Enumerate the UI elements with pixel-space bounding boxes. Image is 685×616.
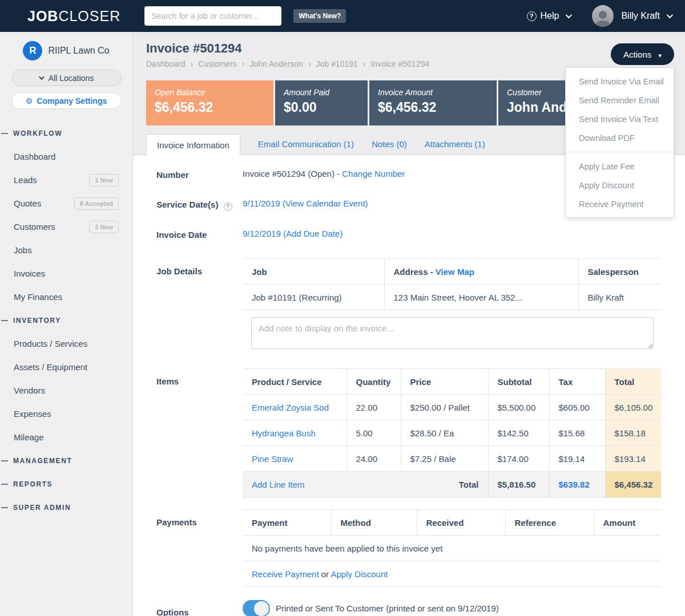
customers-badge: 3 New	[89, 221, 119, 233]
add-due-date-link[interactable]: (Add Due Date)	[283, 229, 342, 238]
address-column-header: Address - View Map	[384, 259, 578, 285]
item-name-link[interactable]: Emerald Zoysia Sod	[252, 403, 329, 412]
gear-icon: ⚙	[26, 96, 33, 106]
items-tax-value[interactable]: $639.82	[549, 472, 605, 498]
amount-header: Amount	[594, 510, 661, 536]
payments-empty-row: No payments have been applied to this in…	[243, 536, 661, 561]
invoice-date-row: Invoice Date 9/12/2019 (Add Due Date)	[156, 229, 685, 240]
menu-item-receive-payment[interactable]: Receive Payment	[566, 194, 674, 213]
question-circle-icon[interactable]: ?	[224, 202, 232, 211]
all-locations-select[interactable]: All Locations	[11, 70, 122, 86]
job-cell[interactable]: Job #10191 (Recurring)	[243, 285, 384, 310]
sidebar-item-vendors[interactable]: Vendors	[0, 379, 132, 402]
items-footer-row: Add Line Item Total $5,816.50 $639.82 $6…	[243, 472, 661, 498]
chevron-down-icon[interactable]	[667, 12, 673, 18]
printed-status-text: Printed or Sent To Customer (printed or …	[276, 603, 499, 613]
search-input[interactable]	[144, 6, 281, 26]
menu-item-send-invoice-email[interactable]: Send Invoice Via Email	[566, 72, 674, 91]
invoice-date-label: Invoice Date	[156, 229, 243, 240]
printed-toggle[interactable]	[243, 600, 269, 616]
sidebar-item-dashboard[interactable]: Dashboard	[0, 145, 132, 168]
view-calendar-event-link[interactable]: (View Calendar Event)	[283, 198, 368, 208]
item-total: $193.14	[605, 446, 661, 472]
job-details-section: Job Details Job Address - View Map Sales…	[156, 258, 685, 351]
total-header: Total	[605, 369, 661, 395]
sidebar-nav: WORKFLOW Dashboard Leads 1 New Quotes 8 …	[0, 121, 132, 519]
menu-item-apply-late-fee[interactable]: Apply Late Fee	[566, 157, 674, 176]
received-header: Received	[417, 510, 505, 536]
menu-item-download-pdf[interactable]: Download PDF	[566, 128, 674, 147]
items-total-value: $6,456.32	[605, 472, 661, 498]
company-settings-button[interactable]: ⚙ Company Settings	[11, 92, 122, 109]
whats-new-button[interactable]: What's New?	[293, 9, 346, 23]
sidebar-item-mileage[interactable]: Mileage	[0, 425, 132, 449]
item-tax: $15.68	[549, 420, 605, 446]
items-total-label: Total	[459, 480, 479, 489]
sidebar-item-expenses[interactable]: Expenses	[0, 402, 132, 425]
breadcrumb: Dashboard›Customers›John Anderson›Job #1…	[146, 59, 429, 68]
items-subtotal-value: $5,816.50	[488, 472, 549, 498]
sidebar-section-workflow[interactable]: WORKFLOW	[0, 121, 132, 145]
sidebar-item-quotes[interactable]: Quotes 8 Accepted	[0, 192, 132, 215]
sidebar-section-reports[interactable]: REPORTS	[0, 472, 132, 496]
receive-payment-link[interactable]: Receive Payment	[252, 569, 319, 579]
menu-item-apply-discount[interactable]: Apply Discount	[566, 176, 674, 194]
breadcrumb-customers[interactable]: Customers	[198, 59, 237, 68]
item-name-link[interactable]: Hydrangea Bush	[252, 428, 316, 438]
invoice-note-input[interactable]	[251, 317, 654, 349]
sidebar: R RIIPL Lawn Co All Locations ⚙ Company …	[0, 32, 133, 616]
tab-email-communication[interactable]: Email Communication (1)	[258, 133, 354, 155]
options-label: Options	[156, 599, 243, 616]
change-number-link[interactable]: Change Number	[342, 169, 405, 179]
caret-down-icon: ▾	[658, 52, 662, 59]
add-line-item-link[interactable]: Add Line Item	[252, 480, 305, 489]
payments-table: Payment Method Received Reference Amount…	[243, 509, 661, 587]
menu-item-send-invoice-text[interactable]: Send Invoice Via Text	[566, 110, 674, 128]
item-price: $28.50 / Ea	[401, 420, 488, 446]
tab-invoice-information[interactable]: Invoice Information	[146, 134, 240, 155]
service-date-link[interactable]: 9/11/2019	[243, 198, 280, 208]
person-icon	[592, 7, 614, 27]
sidebar-section-super-admin[interactable]: SUPER ADMIN	[0, 496, 132, 519]
menu-item-send-reminder-email[interactable]: Send Reminder Email	[566, 91, 674, 110]
item-qty: 22.00	[346, 395, 401, 420]
actions-button[interactable]: Actions ▾	[611, 43, 674, 65]
user-menu[interactable]: Billy Kraft	[621, 11, 660, 21]
product-service-header: Product / Service	[243, 369, 346, 395]
apply-discount-link[interactable]: Apply Discount	[331, 569, 388, 579]
sidebar-section-inventory[interactable]: INVENTORY	[0, 309, 132, 332]
breadcrumb-customer-name[interactable]: John Anderson	[250, 59, 303, 68]
section-dash-icon	[1, 484, 8, 485]
sidebar-item-leads[interactable]: Leads 1 New	[0, 168, 132, 192]
breadcrumb-job[interactable]: Job #10191	[316, 59, 358, 68]
tab-attachments[interactable]: Attachments (1)	[425, 133, 485, 155]
actions-dropdown-menu: Send Invoice Via Email Send Reminder Ema…	[565, 67, 674, 218]
sidebar-item-assets-equipment[interactable]: Assets / Equipment	[0, 355, 132, 379]
view-map-link[interactable]: View Map	[436, 267, 474, 277]
item-price: $250.00 / Pallet	[401, 395, 488, 420]
breadcrumb-dashboard[interactable]: Dashboard	[146, 59, 186, 68]
help-menu[interactable]: ? Help	[527, 11, 571, 21]
chevron-down-icon	[39, 74, 45, 80]
sidebar-item-my-finances[interactable]: My Finances	[0, 285, 132, 309]
invoice-date-link[interactable]: 9/12/2019	[243, 229, 281, 238]
sidebar-section-management[interactable]: MANAGEMENT	[0, 449, 132, 472]
sidebar-item-customers[interactable]: Customers 3 New	[0, 215, 132, 238]
job-details-row: Job #10191 (Recurring) 123 Main Street, …	[243, 285, 661, 310]
tab-notes[interactable]: Notes (0)	[372, 133, 407, 155]
invoice-information-panel: Number Invoice #501294 (Open) - Change N…	[133, 155, 685, 616]
payments-label: Payments	[156, 509, 243, 587]
help-icon: ?	[527, 11, 537, 21]
app-logo[interactable]: JOBCLOSER	[27, 8, 120, 25]
payments-empty-text: No payments have been applied to this in…	[243, 536, 661, 561]
item-name-link[interactable]: Pine Straw	[252, 454, 293, 464]
job-column-header: Job	[243, 259, 384, 285]
item-subtotal: $142.50	[488, 420, 549, 446]
item-tax: $605.00	[549, 395, 605, 420]
leads-badge: 1 New	[89, 174, 119, 187]
user-avatar[interactable]	[592, 5, 614, 27]
section-dash-icon	[1, 507, 8, 508]
sidebar-item-invoices[interactable]: Invoices	[0, 262, 132, 285]
sidebar-item-jobs[interactable]: Jobs	[0, 238, 132, 262]
sidebar-item-products-services[interactable]: Products / Services	[0, 332, 132, 355]
